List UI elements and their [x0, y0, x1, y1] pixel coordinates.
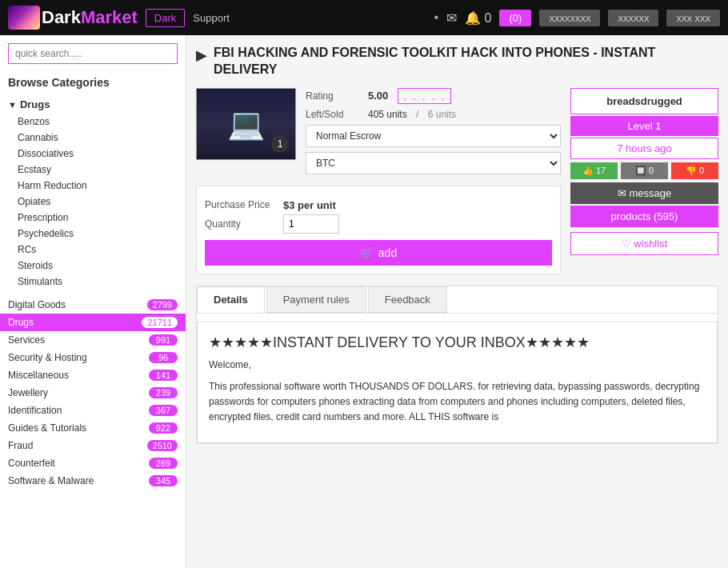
logo-image	[8, 6, 40, 30]
rating-row: Rating 5.00 . . . . .	[306, 88, 561, 104]
neutral-icon: 🔲	[635, 166, 646, 176]
subcategory-rcs[interactable]: RCs	[0, 242, 186, 258]
category-identification[interactable]: Identification 367	[0, 402, 186, 419]
sold-units: 6 units	[428, 109, 456, 120]
subcategory-prescription[interactable]: Prescription	[0, 210, 186, 226]
logo: DarkMarket	[8, 6, 138, 30]
user-button[interactable]: xxxxxxxx	[539, 10, 600, 26]
add-label: add	[378, 246, 397, 259]
quantity-input[interactable]	[283, 214, 339, 234]
category-software-label: Software & Malware	[8, 475, 94, 486]
category-software[interactable]: Software & Malware 345	[0, 472, 186, 490]
add-icon: 🛒	[360, 246, 374, 259]
quantity-label: Quantity	[205, 218, 277, 230]
category-drugs-count: 21711	[142, 317, 178, 328]
support-link[interactable]: Support	[193, 12, 230, 24]
subcategory-steroids[interactable]: Steroids	[0, 258, 186, 274]
search-box	[8, 43, 178, 64]
purchase-price-value: $3 per unit	[283, 199, 336, 211]
left-units: 405 units	[368, 109, 407, 120]
notifications-icon[interactable]: 🔔 0	[465, 10, 491, 26]
message-icon: ✉	[618, 187, 626, 199]
category-guides-count: 922	[149, 422, 178, 434]
logo-dark-text: Dark	[42, 7, 81, 28]
subcategory-psychedelics[interactable]: Psychedelics	[0, 226, 186, 242]
subcategory-benzos[interactable]: Benzos	[0, 114, 186, 130]
dark-mode-button[interactable]: Dark	[146, 9, 185, 27]
wishlist-button[interactable]: ♡ wishlist	[570, 232, 718, 255]
category-guides-label: Guides & Tutorials	[8, 422, 86, 434]
neutral-number: 0	[649, 166, 654, 175]
product-image: 💻 1	[196, 88, 296, 160]
cart-button[interactable]: (0)	[499, 10, 531, 26]
subcategory-stimulants[interactable]: Stimulants	[0, 274, 186, 290]
category-jewellery-count: 239	[149, 387, 178, 398]
tab-details[interactable]: Details	[197, 286, 265, 313]
subcategory-harm-reduction[interactable]: Harm Reduction	[0, 178, 186, 194]
logo-market-text: Market	[81, 7, 138, 28]
subcategory-opiates[interactable]: Opiates	[0, 194, 186, 210]
product-title-row: ▶ FBI HACKING AND FORENSIC TOOLKIT HACK …	[196, 45, 718, 78]
category-jewellery[interactable]: Jewellery 239	[0, 384, 186, 402]
tab-feedback[interactable]: Feedback	[368, 286, 447, 313]
subcategory-cannabis[interactable]: Cannabis	[0, 130, 186, 146]
quantity-row: Quantity	[205, 214, 552, 234]
tertiary-button[interactable]: xxx xxx	[666, 10, 720, 26]
subcategory-ecstasy[interactable]: Ecstasy	[0, 162, 186, 178]
rating-stars: . . . . .	[398, 88, 451, 104]
sidebar: Browse Categories ▼ Drugs Benzos Cannabi…	[0, 35, 186, 568]
drugs-category-header[interactable]: ▼ Drugs	[0, 95, 186, 114]
products-button[interactable]: products (595)	[570, 206, 718, 227]
category-security-count: 96	[149, 352, 178, 363]
category-counterfeit-label: Counterfeit	[8, 458, 55, 469]
rating-label: Rating	[306, 90, 362, 102]
message-label: message	[629, 187, 671, 199]
seller-time-ago: 7 hours ago	[570, 138, 718, 159]
purchase-form: Purchase Price $3 per unit Quantity 🛒 ad…	[196, 186, 561, 274]
tab-payment-rules[interactable]: Payment rules	[266, 286, 366, 313]
wishlist-icon: ♡	[622, 238, 631, 250]
negative-icon: 👎	[686, 166, 697, 176]
category-fraud-label: Fraud	[8, 440, 33, 451]
category-fraud[interactable]: Fraud 2510	[0, 437, 186, 454]
category-drugs[interactable]: Drugs 21711	[0, 314, 186, 331]
negative-number: 0	[699, 166, 704, 175]
category-digital-goods[interactable]: Digital Goods 2799	[0, 296, 186, 314]
category-counterfeit[interactable]: Counterfeit 269	[0, 454, 186, 472]
escrow-select[interactable]: Normal Escrow	[306, 125, 561, 147]
category-counterfeit-count: 269	[149, 458, 178, 469]
search-input[interactable]	[8, 43, 178, 64]
add-to-cart-button[interactable]: 🛒 add	[205, 240, 552, 266]
play-icon: ▶	[196, 46, 207, 64]
category-jewellery-label: Jewellery	[8, 387, 48, 398]
message-button[interactable]: ✉ message	[570, 182, 718, 204]
laptop-graphic: 💻	[227, 106, 265, 142]
leftsold-label: Left/Sold	[306, 109, 362, 120]
currency-select[interactable]: BTC	[306, 152, 561, 174]
product-stars-text: ★★★★★INSTANT DELIVERY TO YOUR INBOX★★★★★	[209, 334, 706, 351]
category-misc-count: 141	[149, 370, 178, 381]
main-layout: Browse Categories ▼ Drugs Benzos Cannabi…	[0, 35, 728, 568]
seller-panel: breadsdrugged Level 1 7 hours ago 👍 17 🔲…	[570, 88, 718, 274]
secondary-button[interactable]: xxxxxx	[608, 10, 658, 26]
seller-name: breadsdrugged	[570, 88, 718, 114]
positive-feedback-count: 👍 17	[570, 162, 618, 179]
category-services-label: Services	[8, 334, 45, 346]
messages-icon[interactable]: ✉	[446, 10, 457, 26]
tab-bar: Details Payment rules Feedback	[197, 286, 718, 314]
content-para2: This professional software worth THOUSAN…	[209, 379, 706, 426]
product-left: 💻 1 Rating 5.00 . . . . . Left/Sold	[196, 88, 561, 274]
category-guides[interactable]: Guides & Tutorials 922	[0, 419, 186, 437]
category-security[interactable]: Security & Hosting 96	[0, 349, 186, 366]
category-services[interactable]: Services 991	[0, 331, 186, 349]
price-row: Purchase Price $3 per unit	[205, 199, 552, 211]
product-title: FBI HACKING AND FORENSIC TOOLKIT HACK IN…	[214, 45, 718, 78]
category-software-count: 345	[149, 475, 178, 486]
wishlist-label: wishlist	[634, 238, 667, 250]
product-main: 💻 1 Rating 5.00 . . . . . Left/Sold	[196, 88, 718, 274]
negative-feedback-count: 👎 0	[671, 162, 718, 179]
separator-dot: •	[434, 10, 439, 25]
subcategory-dissociatives[interactable]: Dissociatives	[0, 146, 186, 162]
category-misc[interactable]: Miscellaneous 141	[0, 366, 186, 384]
product-image-details: 💻 1 Rating 5.00 . . . . . Left/Sold	[196, 88, 561, 179]
